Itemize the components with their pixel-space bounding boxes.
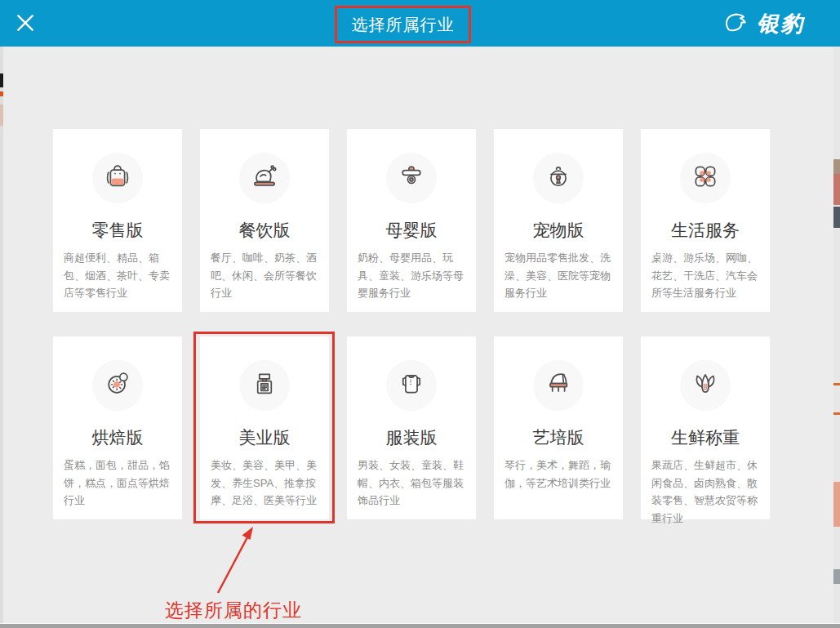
card-title: 宠物版	[494, 219, 623, 242]
card-description: 餐厅、咖啡、奶茶、酒吧、休闲、会所等餐饮行业	[200, 249, 329, 302]
card-description: 桌游、游乐场、网咖、花艺、干洗店、汽车会所等生活服务行业	[641, 249, 770, 302]
card-title: 零售版	[53, 219, 182, 242]
card-icon-circle	[92, 153, 143, 203]
industry-card-beauty[interactable]: 美业版 美妆、美容、美甲、美发、养生SPA、推拿按摩、足浴、医美等行业	[200, 336, 329, 519]
close-button[interactable]	[13, 11, 38, 36]
card-icon-circle	[386, 360, 437, 411]
background-edge-fragment	[833, 569, 840, 584]
card-icon-circle	[386, 153, 437, 203]
bitten-cookie-icon	[102, 368, 133, 403]
card-description: 蛋糕，面包，甜品，馅饼，糕点，面点等烘焙行业	[53, 457, 182, 510]
industry-card-life-service[interactable]: 生活服务 桌游、游乐场、网咖、花艺、干洗店、汽车会所等生活服务行业	[641, 129, 770, 312]
background-edge-fragment	[833, 174, 840, 205]
background-edge-fragment	[833, 412, 840, 415]
background-edge-fragment	[833, 383, 840, 385]
industry-card-mother-baby[interactable]: 母婴版 奶粉、母婴用品、玩具、童装、游乐场等母婴服务行业	[347, 129, 476, 312]
card-title: 餐饮版	[200, 219, 329, 242]
grand-piano-icon	[543, 368, 574, 403]
pet-bell-icon	[543, 161, 574, 195]
card-title: 生鲜称重	[641, 426, 770, 449]
card-icon-circle	[680, 153, 731, 203]
roast-chicken-icon	[249, 161, 280, 195]
background-edge-fragment	[0, 73, 3, 87]
page-title-annotation-box: 选择所属行业	[335, 6, 471, 43]
card-icon-circle	[680, 360, 731, 411]
card-title: 烘焙版	[53, 426, 182, 449]
industry-card-clothing[interactable]: 服装版 男装、女装、童装、鞋帽、内衣、箱包等服装饰品行业	[347, 336, 476, 519]
background-app-left-edge	[0, 47, 3, 623]
card-icon-circle	[92, 360, 143, 411]
industry-grid: 零售版 商超便利、精品、箱包、烟酒、茶叶、专卖店等零售行业 餐饮版 餐厅、咖啡、…	[53, 129, 770, 519]
card-title: 母婴版	[347, 219, 476, 242]
industry-card-bakery[interactable]: 烘焙版 蛋糕，面包，甜品，馅饼，糕点，面点等烘焙行业	[53, 336, 182, 519]
fresh-produce-icon	[690, 368, 721, 403]
card-description: 琴行，美术，舞蹈，瑜伽，等艺术培训类行业	[494, 457, 623, 492]
card-description: 商超便利、精品、箱包、烟酒、茶叶、专卖店等零售行业	[53, 249, 182, 302]
card-description: 奶粉、母婴用品、玩具、童装、游乐场等母婴服务行业	[347, 249, 476, 302]
card-title: 美业版	[200, 426, 329, 449]
card-title: 生活服务	[641, 219, 770, 242]
background-app-right-edge	[833, 47, 840, 623]
annotation-arrow-icon	[196, 523, 265, 598]
background-edge-fragment	[0, 91, 3, 96]
page-title: 选择所属行业	[352, 14, 455, 36]
industry-select-screen: 选择所属行业 银豹 零售版 商超便利、精品、箱包、烟酒、茶叶、专卖店等零售行业	[0, 0, 840, 628]
close-icon	[15, 12, 36, 36]
card-icon-circle	[239, 360, 290, 411]
shopping-bag-icon	[102, 161, 133, 195]
window-bottom-edge	[0, 623, 840, 628]
card-description: 美妆、美容、美甲、美发、养生SPA、推拿按摩、足浴、医美等行业	[200, 457, 329, 510]
card-description: 男装、女装、童装、鞋帽、内衣、箱包等服装饰品行业	[347, 457, 476, 510]
annotation-note: 选择所属的行业	[165, 598, 302, 623]
card-description: 果蔬店、生鲜超市、休闲食品、卤肉熟食、散装零售、智慧农贸等称重行业	[641, 457, 770, 527]
background-edge-fragment	[833, 159, 840, 174]
card-title: 艺培版	[494, 426, 623, 449]
background-edge-fragment	[833, 482, 840, 527]
industry-card-dining[interactable]: 餐饮版 餐厅、咖啡、奶茶、酒吧、休闲、会所等餐饮行业	[200, 129, 329, 312]
brand-logo: 银豹	[723, 0, 804, 47]
card-icon-circle	[533, 153, 584, 203]
background-edge-fragment	[0, 105, 3, 126]
card-title: 服装版	[347, 426, 476, 449]
industry-card-fresh-weighing[interactable]: 生鲜称重 果蔬店、生鲜超市、休闲食品、卤肉熟食、散装零售、智慧农贸等称重行业	[641, 336, 770, 519]
card-description: 宠物用品零售批发、洗澡、美容、医院等宠物服务行业	[494, 249, 623, 302]
industry-card-art-training[interactable]: 艺培版 琴行，美术，舞蹈，瑜伽，等艺术培训类行业	[494, 336, 623, 519]
header-bar: 选择所属行业 银豹	[0, 0, 840, 47]
card-icon-circle	[239, 153, 290, 203]
leopard-logo-icon	[723, 11, 751, 37]
background-edge-fragment	[833, 207, 840, 228]
clover-icon	[690, 161, 721, 195]
pacifier-icon	[396, 161, 427, 195]
cosmetic-bottle-icon	[249, 368, 280, 403]
card-icon-circle	[533, 360, 584, 411]
brand-name: 银豹	[757, 9, 804, 38]
shirt-icon	[396, 368, 427, 403]
industry-card-pet[interactable]: 宠物版 宠物用品零售批发、洗澡、美容、医院等宠物服务行业	[494, 129, 623, 312]
industry-card-retail[interactable]: 零售版 商超便利、精品、箱包、烟酒、茶叶、专卖店等零售行业	[53, 129, 182, 312]
